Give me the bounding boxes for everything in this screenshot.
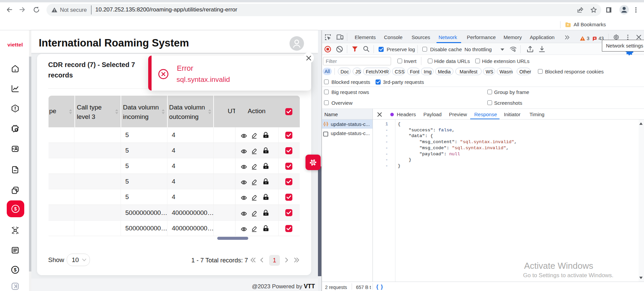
svg-text:$: $ <box>14 267 17 272</box>
svg-text:$: $ <box>14 206 17 212</box>
